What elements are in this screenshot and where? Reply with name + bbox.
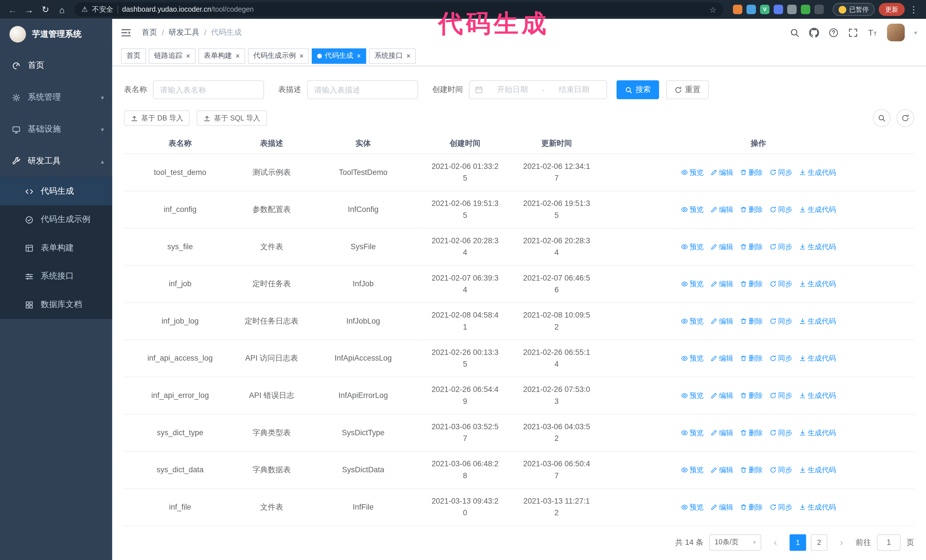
action-sync-link[interactable]: 同步 [769, 203, 792, 215]
table-name-input[interactable] [153, 80, 264, 99]
action-delete-link[interactable]: 删除 [740, 427, 763, 438]
action-edit-link[interactable]: 编辑 [710, 389, 733, 401]
extension-puzzle-icon[interactable] [814, 5, 824, 14]
browser-back-icon[interactable]: ← [5, 2, 20, 17]
tab-api[interactable]: 系统接口× [369, 48, 416, 63]
chevron-down-icon[interactable]: ▾ [914, 29, 917, 36]
date-range-picker[interactable]: 开始日期 - 结束日期 [469, 80, 607, 99]
action-generate-link[interactable]: 生成代码 [799, 203, 836, 215]
action-preview-link[interactable]: 预览 [681, 166, 704, 178]
hamburger-icon[interactable] [121, 27, 131, 37]
extension-capture-icon[interactable] [787, 5, 797, 14]
browser-update-button[interactable]: 更新 [879, 3, 905, 16]
extension-vue-icon[interactable]: V [760, 5, 770, 14]
action-preview-link[interactable]: 预览 [681, 427, 704, 438]
browser-menu-icon[interactable]: ⋮ [906, 2, 921, 17]
start-date-input[interactable]: 开始日期 [486, 84, 540, 95]
action-edit-link[interactable]: 编辑 [710, 166, 733, 178]
page-button-1[interactable]: 1 [790, 534, 806, 551]
goto-page-input[interactable] [877, 534, 901, 551]
browser-reload-icon[interactable]: ↻ [38, 2, 53, 17]
search-icon[interactable] [790, 27, 799, 37]
table-desc-input[interactable] [307, 80, 418, 99]
sidebar-item-home[interactable]: 首页 [0, 50, 112, 82]
action-edit-link[interactable]: 编辑 [710, 241, 733, 252]
close-icon[interactable]: × [300, 52, 304, 59]
action-generate-link[interactable]: 生成代码 [799, 241, 836, 252]
action-delete-link[interactable]: 删除 [740, 315, 763, 327]
action-generate-link[interactable]: 生成代码 [799, 501, 836, 513]
end-date-input[interactable]: 结束日期 [547, 84, 601, 95]
action-preview-link[interactable]: 预览 [681, 315, 704, 327]
action-preview-link[interactable]: 预览 [681, 352, 704, 364]
action-preview-link[interactable]: 预览 [681, 389, 704, 401]
sidebar-subitem-codegen-demo[interactable]: 代码生成示例 [0, 205, 112, 234]
sidebar-subitem-api[interactable]: 系统接口 [0, 262, 112, 290]
sidebar-item-devtools[interactable]: 研发工具▴ [0, 145, 112, 177]
sidebar-item-infra[interactable]: 基础设施▾ [0, 113, 112, 145]
user-avatar[interactable] [887, 24, 905, 41]
action-preview-link[interactable]: 预览 [681, 464, 704, 475]
refresh-table-button[interactable] [896, 109, 914, 127]
browser-forward-icon[interactable]: → [21, 2, 37, 17]
action-preview-link[interactable]: 预览 [681, 203, 704, 215]
action-preview-link[interactable]: 预览 [681, 278, 704, 290]
action-edit-link[interactable]: 编辑 [710, 203, 733, 215]
action-sync-link[interactable]: 同步 [769, 389, 792, 401]
action-generate-link[interactable]: 生成代码 [799, 352, 836, 364]
action-sync-link[interactable]: 同步 [769, 241, 792, 252]
profile-paused-badge[interactable]: 已暂停 [833, 3, 875, 16]
extension-people-icon[interactable] [773, 5, 783, 14]
action-edit-link[interactable]: 编辑 [710, 464, 733, 475]
action-sync-link[interactable]: 同步 [769, 315, 792, 327]
toggle-search-button[interactable] [873, 109, 890, 127]
action-generate-link[interactable]: 生成代码 [799, 427, 836, 438]
reset-button[interactable]: 重置 [666, 80, 709, 99]
action-generate-link[interactable]: 生成代码 [799, 389, 836, 401]
tab-form-builder[interactable]: 表单构建× [198, 48, 245, 63]
app-logo[interactable]: 芋道管理系统 [0, 19, 112, 50]
action-delete-link[interactable]: 删除 [740, 278, 763, 290]
address-bar[interactable]: ⚠ 不安全 dashboard.yudao.iocoder.cn/tool/co… [74, 2, 723, 17]
sidebar-subitem-form-builder[interactable]: 表单构建 [0, 234, 112, 262]
breadcrumb-item[interactable]: 研发工具 [169, 27, 200, 38]
import-db-button[interactable]: 基于 DB 导入 [124, 110, 190, 126]
page-size-select[interactable]: 10条/页 ▾ [709, 534, 761, 551]
tab-home[interactable]: 首页 [121, 48, 146, 63]
sidebar-subitem-db-doc[interactable]: 数据库文档 [0, 291, 112, 319]
action-generate-link[interactable]: 生成代码 [799, 278, 836, 290]
action-delete-link[interactable]: 删除 [740, 389, 763, 401]
close-icon[interactable]: × [236, 52, 240, 59]
action-delete-link[interactable]: 删除 [740, 166, 763, 178]
action-edit-link[interactable]: 编辑 [710, 315, 733, 327]
github-icon[interactable] [809, 27, 819, 37]
action-edit-link[interactable]: 编辑 [710, 352, 733, 364]
breadcrumb-item[interactable]: 首页 [142, 27, 157, 38]
close-icon[interactable]: × [186, 52, 190, 59]
browser-home-icon[interactable]: ⌂ [54, 2, 70, 17]
font-size-icon[interactable]: TT [868, 27, 878, 37]
page-button-2[interactable]: 2 [811, 534, 828, 551]
action-preview-link[interactable]: 预览 [681, 241, 704, 252]
action-delete-link[interactable]: 删除 [740, 352, 763, 364]
close-icon[interactable]: × [406, 52, 410, 59]
action-sync-link[interactable]: 同步 [769, 501, 792, 513]
fullscreen-icon[interactable] [848, 27, 858, 37]
help-icon[interactable] [829, 27, 838, 37]
tab-codegen[interactable]: 代码生成× [312, 48, 366, 63]
action-sync-link[interactable]: 同步 [769, 352, 792, 364]
action-sync-link[interactable]: 同步 [769, 427, 792, 438]
extension-orange-icon[interactable] [733, 5, 742, 14]
action-sync-link[interactable]: 同步 [769, 166, 792, 178]
extension-blue-drop-icon[interactable] [746, 5, 756, 14]
action-generate-link[interactable]: 生成代码 [799, 464, 836, 475]
action-sync-link[interactable]: 同步 [769, 278, 792, 290]
sidebar-subitem-codegen[interactable]: 代码生成 [0, 177, 112, 205]
action-delete-link[interactable]: 删除 [740, 464, 763, 475]
sidebar-item-system[interactable]: 系统管理▾ [0, 82, 112, 113]
tab-codegen-demo[interactable]: 代码生成示例× [248, 48, 309, 63]
action-edit-link[interactable]: 编辑 [710, 501, 733, 513]
action-generate-link[interactable]: 生成代码 [799, 315, 836, 327]
action-preview-link[interactable]: 预览 [681, 501, 704, 513]
action-generate-link[interactable]: 生成代码 [799, 166, 836, 178]
